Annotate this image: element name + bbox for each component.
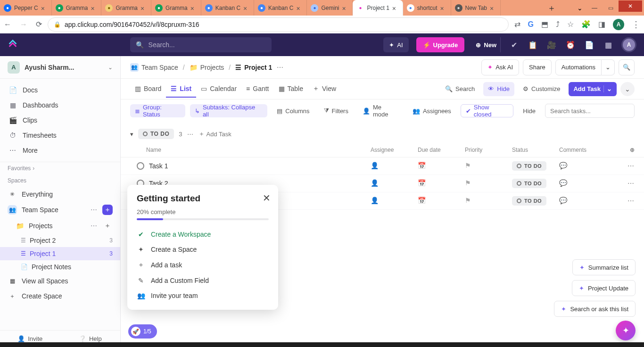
close-tab-icon[interactable]: ×	[440, 5, 447, 11]
close-tab-icon[interactable]: ×	[342, 5, 348, 11]
profile-avatar[interactable]: A	[613, 19, 624, 30]
priority-cell[interactable]: ⚑	[465, 179, 512, 188]
view-tab-gantt[interactable]: ≡Gantt	[241, 81, 273, 98]
expand-button[interactable]: ⌄	[620, 82, 635, 96]
browser-tab[interactable]: ● New Tab ×	[451, 0, 501, 16]
sidebar-create-space[interactable]: ＋ Create Space	[0, 289, 120, 304]
priority-cell[interactable]: ⚑	[465, 197, 512, 205]
onboarding-item[interactable]: 👥Invite your team	[137, 288, 269, 303]
more-icon[interactable]: ⋯	[91, 206, 98, 214]
more-icon[interactable]: ⋯	[91, 222, 98, 230]
video-icon[interactable]: 🎥	[546, 39, 557, 50]
notepad-icon[interactable]: 📄	[584, 39, 595, 50]
close-tab-icon[interactable]: ×	[243, 5, 250, 11]
status-cell[interactable]: TO DO	[512, 179, 559, 188]
close-tab-icon[interactable]: ×	[140, 5, 147, 11]
check-circle-icon[interactable]: ✔	[508, 39, 520, 50]
col-header-due[interactable]: Due date	[418, 147, 465, 153]
close-card-button[interactable]: ✕	[263, 192, 271, 204]
close-tab-icon[interactable]: ×	[392, 5, 399, 11]
assignee-cell[interactable]: 👤	[371, 179, 418, 188]
task-status-toggle[interactable]	[137, 162, 144, 170]
reload-button[interactable]: ⟳	[36, 20, 42, 29]
breadcrumb-current[interactable]: ☰ Project 1	[235, 64, 272, 71]
col-header-comments[interactable]: Comments	[559, 147, 616, 153]
chevron-down-icon[interactable]: ⌄	[603, 85, 612, 92]
col-header-priority[interactable]: Priority	[465, 147, 512, 153]
onboarding-progress-bubble[interactable]: 🚀 1/5	[128, 324, 157, 339]
extensions-icon[interactable]: 🧩	[581, 20, 591, 29]
sidebar-everything[interactable]: ✳ Everything	[0, 187, 120, 202]
filters-chip[interactable]: ⧩ Filters	[319, 104, 353, 117]
chrome-menu-icon[interactable]: ⋮	[632, 19, 640, 30]
close-tab-icon[interactable]: ×	[296, 5, 303, 11]
address-bar[interactable]: 🔒 app.clickup.com/9016470452/v/l/8cpruxm…	[48, 17, 509, 32]
list-search-button[interactable]: 🔍 Search	[440, 82, 479, 96]
add-column-button[interactable]: ⊕	[616, 147, 635, 153]
browser-tab[interactable]: ● Gemini ×	[307, 0, 353, 16]
translate-icon[interactable]: ⇄	[514, 20, 520, 29]
assignee-cell[interactable]: 👤	[371, 162, 418, 170]
collapse-icon[interactable]: ▾	[130, 131, 133, 138]
comments-cell[interactable]: 💬	[559, 162, 616, 170]
clickup-logo-icon[interactable]	[8, 40, 18, 50]
me-mode-chip[interactable]: 👤 Me mode	[358, 104, 403, 117]
global-search[interactable]: 🔍 Search...	[130, 37, 272, 52]
status-cell[interactable]: TO DO	[512, 196, 559, 206]
customize-button[interactable]: ⚙ Customize	[518, 82, 565, 96]
due-date-cell[interactable]: 📅	[418, 179, 465, 188]
back-button[interactable]: ←	[4, 20, 11, 29]
subtasks-chip[interactable]: ↳ Subtasks: Collapse all	[190, 104, 267, 117]
col-header-name[interactable]: Name	[146, 147, 371, 153]
breadcrumb-projects[interactable]: 📁 Projects	[190, 64, 224, 71]
new-tab-button[interactable]: ＋	[545, 0, 558, 16]
sidebar-list-project-2[interactable]: ☰Project 23	[0, 234, 120, 247]
browser-tab[interactable]: ● Kanban C ×	[201, 0, 254, 16]
priority-cell[interactable]: ⚑	[465, 162, 512, 170]
assignees-chip[interactable]: 👥 Assignees	[408, 104, 456, 117]
due-date-cell[interactable]: 📅	[418, 197, 465, 205]
task-row[interactable]: Task 1 👤 📅 ⚑ TO DO 💬 ⋯	[121, 157, 644, 175]
columns-chip[interactable]: ▤ Columns	[272, 104, 314, 117]
upgrade-button[interactable]: ⚡ Upgrade	[416, 37, 465, 52]
browser-tab[interactable]: ● Pepper C ×	[0, 0, 52, 16]
share-icon[interactable]: ⤴	[556, 20, 560, 29]
browser-tab[interactable]: ● Kanban C ×	[254, 0, 307, 16]
task-more-icon[interactable]: ⋯	[616, 162, 635, 170]
share-button[interactable]: Share	[523, 59, 552, 75]
view-tab-table[interactable]: ▦Table	[274, 81, 308, 98]
add-to-folder-button[interactable]: ＋	[102, 221, 113, 231]
status-cell[interactable]: TO DO	[512, 161, 559, 171]
automations-dropdown[interactable]: ⌄	[602, 59, 615, 75]
sidebar-item-timesheets[interactable]: ⏱Timesheets	[0, 128, 120, 143]
sidebar-list-project-notes[interactable]: 📄Project Notes	[0, 260, 120, 273]
apps-grid-icon[interactable]: ▦	[603, 39, 614, 50]
install-icon[interactable]: ⬒	[541, 20, 548, 29]
reminder-icon[interactable]: ⏰	[565, 39, 576, 50]
sidebar-list-project-1[interactable]: ☰Project 13	[0, 247, 120, 260]
browser-tab[interactable]: ● Project 1 ×	[353, 0, 403, 16]
maximize-button[interactable]: ▭	[603, 1, 619, 15]
onboarding-item[interactable]: ✦Create a Space	[137, 242, 269, 257]
close-tab-icon[interactable]: ×	[190, 5, 197, 11]
sidebar-item-clips[interactable]: 🎬Clips	[0, 113, 120, 128]
add-to-space-button[interactable]: ＋	[102, 205, 113, 215]
breadcrumb-team-space[interactable]: 👥 Team Space	[130, 63, 178, 72]
tab-overflow-icon[interactable]: ⌄	[573, 4, 586, 12]
col-header-assignee[interactable]: Assignee	[371, 147, 418, 153]
browser-tab[interactable]: ● Gramma ×	[101, 0, 151, 16]
comments-cell[interactable]: 💬	[559, 179, 616, 188]
sidebar-item-dashboards[interactable]: ▦Dashboards	[0, 98, 120, 113]
comments-cell[interactable]: 💬	[559, 197, 616, 205]
task-more-icon[interactable]: ⋯	[616, 197, 635, 205]
close-window-button[interactable]: ✕	[619, 0, 642, 12]
ai-fab[interactable]: ✦	[616, 321, 636, 340]
google-icon[interactable]: G	[528, 20, 534, 29]
task-name[interactable]: Task 1	[149, 162, 371, 170]
browser-tab[interactable]: ● shortcut ×	[403, 0, 451, 16]
hide-chip[interactable]: Hide	[518, 104, 540, 117]
onboarding-item[interactable]: ✔Create a Workspace	[137, 227, 269, 242]
add-task-button[interactable]: Add Task ⌄	[569, 82, 617, 96]
header-search-icon[interactable]: 🔍	[619, 59, 635, 75]
forward-button[interactable]: →	[20, 20, 27, 29]
